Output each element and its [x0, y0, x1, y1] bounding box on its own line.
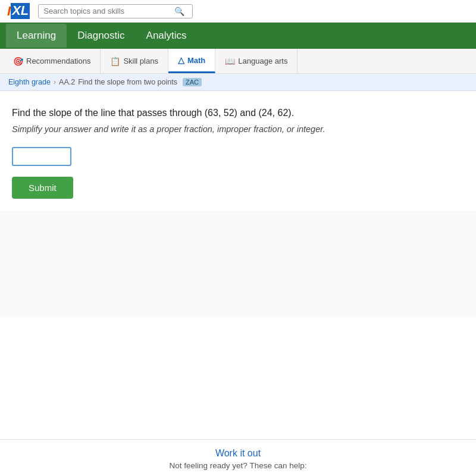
recommendations-icon: 🎯 — [13, 57, 23, 66]
tab-language-arts[interactable]: 📖 Language arts — [215, 49, 298, 73]
middle-area: Find the slope of the line that passes t… — [0, 91, 476, 317]
tab-recommendations[interactable]: 🎯 Recommendations — [4, 49, 101, 73]
tab-recommendations-label: Recommendations — [26, 57, 90, 65]
tab-math-label: Math — [187, 56, 205, 65]
tab-language-arts-label: Language arts — [238, 57, 287, 65]
tab-skill-plans-label: Skill plans — [123, 57, 158, 65]
submit-button[interactable]: Submit — [12, 177, 73, 199]
nav-item-diagnostic[interactable]: Diagnostic — [67, 24, 135, 48]
search-input[interactable] — [43, 7, 174, 15]
work-it-out-link[interactable]: Work it out — [215, 448, 261, 458]
nav-item-learning[interactable]: Learning — [6, 24, 67, 48]
breadcrumb: Eighth grade › AA.2 Find the slope from … — [0, 74, 476, 91]
breadcrumb-skill-code: AA.2 — [59, 78, 75, 86]
search-icon: 🔍 — [174, 7, 184, 16]
tab-skill-plans[interactable]: 📋 Skill plans — [101, 49, 168, 73]
tabs-bar: 🎯 Recommendations 📋 Skill plans △ Math 📖… — [0, 49, 476, 74]
help-area: Work it out Not feeling ready yet? These… — [0, 439, 476, 476]
search-bar: 🔍 — [38, 4, 193, 18]
question-text: Find the slope of the line that passes t… — [12, 108, 464, 118]
skill-plans-icon: 📋 — [110, 57, 120, 66]
instruction-text: Simplify your answer and write it as a p… — [12, 124, 464, 134]
answer-input[interactable] — [12, 147, 71, 166]
tab-math[interactable]: △ Math — [168, 49, 215, 73]
nav-item-analytics[interactable]: Analytics — [136, 24, 198, 48]
navbar: Learning Diagnostic Analytics — [0, 23, 476, 49]
logo[interactable]: IXL — [7, 3, 30, 19]
not-ready-text: Not feeling ready yet? These can help: — [12, 461, 464, 470]
breadcrumb-separator: › — [54, 78, 56, 86]
breadcrumb-skill-name: Find the slope from two points — [78, 78, 177, 86]
breadcrumb-badge: ZAC — [183, 78, 202, 86]
top-bar: IXL 🔍 — [0, 0, 476, 23]
logo-xl: XL — [11, 3, 30, 19]
language-arts-icon: 📖 — [225, 57, 235, 66]
breadcrumb-grade[interactable]: Eighth grade — [8, 78, 51, 86]
main-content: Find the slope of the line that passes t… — [0, 91, 476, 211]
math-icon: △ — [178, 55, 184, 65]
